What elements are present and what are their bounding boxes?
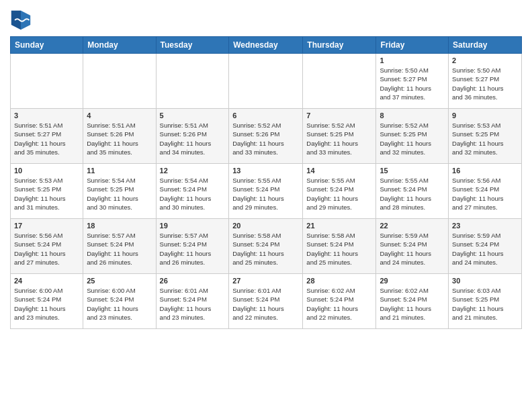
calendar-cell: 27Sunrise: 6:01 AM Sunset: 5:24 PM Dayli… [229, 274, 303, 329]
day-info: Sunrise: 6:01 AM Sunset: 5:24 PM Dayligh… [232, 286, 299, 322]
day-number: 9 [452, 111, 518, 120]
week-row-2: 10Sunrise: 5:53 AM Sunset: 5:25 PM Dayli… [11, 164, 522, 219]
day-number: 18 [87, 222, 152, 230]
day-info: Sunrise: 5:50 AM Sunset: 5:27 PM Dayligh… [380, 66, 445, 101]
day-info: Sunrise: 5:56 AM Sunset: 5:24 PM Dayligh… [14, 231, 79, 267]
weekday-header-tuesday: Tuesday [156, 37, 229, 54]
day-number: 3 [14, 111, 79, 120]
calendar-cell: 8Sunrise: 5:52 AM Sunset: 5:25 PM Daylig… [376, 109, 449, 164]
day-number: 16 [452, 167, 518, 175]
calendar: SundayMondayTuesdayWednesdayThursdayFrid… [10, 36, 522, 329]
day-number: 22 [380, 222, 445, 230]
day-info: Sunrise: 6:01 AM Sunset: 5:24 PM Dayligh… [160, 286, 226, 322]
day-info: Sunrise: 5:51 AM Sunset: 5:26 PM Dayligh… [160, 121, 226, 156]
calendar-cell [156, 54, 229, 109]
calendar-cell: 28Sunrise: 6:02 AM Sunset: 5:24 PM Dayli… [303, 274, 376, 329]
calendar-cell: 18Sunrise: 5:57 AM Sunset: 5:24 PM Dayli… [83, 219, 156, 274]
day-number: 13 [232, 167, 299, 175]
day-number: 25 [87, 277, 152, 285]
day-number: 15 [380, 167, 445, 175]
calendar-cell: 20Sunrise: 5:58 AM Sunset: 5:24 PM Dayli… [229, 219, 303, 274]
day-info: Sunrise: 5:57 AM Sunset: 5:24 PM Dayligh… [87, 231, 152, 267]
calendar-cell [229, 54, 303, 109]
day-number: 4 [87, 111, 152, 120]
calendar-cell [303, 54, 376, 109]
weekday-header-friday: Friday [376, 37, 449, 54]
calendar-cell: 23Sunrise: 5:59 AM Sunset: 5:24 PM Dayli… [449, 219, 522, 274]
day-number: 17 [14, 222, 79, 230]
day-info: Sunrise: 5:55 AM Sunset: 5:24 PM Dayligh… [380, 176, 445, 212]
day-info: Sunrise: 5:57 AM Sunset: 5:24 PM Dayligh… [160, 231, 226, 267]
day-number: 2 [452, 56, 518, 64]
day-info: Sunrise: 5:52 AM Sunset: 5:25 PM Dayligh… [306, 121, 372, 156]
day-info: Sunrise: 5:52 AM Sunset: 5:25 PM Dayligh… [380, 121, 445, 156]
calendar-cell [11, 54, 83, 109]
day-info: Sunrise: 5:59 AM Sunset: 5:24 PM Dayligh… [452, 231, 518, 267]
page: SundayMondayTuesdayWednesdayThursdayFrid… [0, 0, 532, 339]
day-info: Sunrise: 5:54 AM Sunset: 5:24 PM Dayligh… [160, 176, 226, 212]
day-info: Sunrise: 5:59 AM Sunset: 5:24 PM Dayligh… [380, 231, 445, 267]
weekday-header-wednesday: Wednesday [229, 37, 303, 54]
calendar-cell: 14Sunrise: 5:55 AM Sunset: 5:24 PM Dayli… [303, 164, 376, 219]
calendar-cell: 7Sunrise: 5:52 AM Sunset: 5:25 PM Daylig… [303, 109, 376, 164]
day-number: 23 [452, 222, 518, 230]
weekday-header-sunday: Sunday [11, 37, 83, 54]
calendar-cell: 2Sunrise: 5:50 AM Sunset: 5:27 PM Daylig… [449, 54, 522, 109]
calendar-cell: 9Sunrise: 5:53 AM Sunset: 5:25 PM Daylig… [449, 109, 522, 164]
calendar-body: 1Sunrise: 5:50 AM Sunset: 5:27 PM Daylig… [11, 54, 522, 329]
day-number: 10 [14, 167, 79, 175]
calendar-cell: 11Sunrise: 5:54 AM Sunset: 5:25 PM Dayli… [83, 164, 156, 219]
week-row-3: 17Sunrise: 5:56 AM Sunset: 5:24 PM Dayli… [11, 219, 522, 274]
calendar-cell: 13Sunrise: 5:55 AM Sunset: 5:24 PM Dayli… [229, 164, 303, 219]
day-info: Sunrise: 5:52 AM Sunset: 5:26 PM Dayligh… [232, 121, 299, 156]
calendar-cell: 3Sunrise: 5:51 AM Sunset: 5:27 PM Daylig… [11, 109, 83, 164]
day-number: 28 [306, 277, 372, 285]
logo [10, 9, 34, 31]
calendar-cell: 21Sunrise: 5:58 AM Sunset: 5:24 PM Dayli… [303, 219, 376, 274]
weekday-header-monday: Monday [83, 37, 156, 54]
week-row-0: 1Sunrise: 5:50 AM Sunset: 5:27 PM Daylig… [11, 54, 522, 109]
day-number: 24 [14, 277, 79, 285]
day-info: Sunrise: 5:55 AM Sunset: 5:24 PM Dayligh… [232, 176, 299, 212]
calendar-cell: 10Sunrise: 5:53 AM Sunset: 5:25 PM Dayli… [11, 164, 83, 219]
day-number: 29 [380, 277, 445, 285]
day-info: Sunrise: 5:50 AM Sunset: 5:27 PM Dayligh… [452, 66, 518, 101]
day-info: Sunrise: 5:56 AM Sunset: 5:24 PM Dayligh… [452, 176, 518, 212]
day-info: Sunrise: 5:51 AM Sunset: 5:27 PM Dayligh… [14, 121, 79, 156]
calendar-cell: 22Sunrise: 5:59 AM Sunset: 5:24 PM Dayli… [376, 219, 449, 274]
day-info: Sunrise: 5:53 AM Sunset: 5:25 PM Dayligh… [14, 176, 79, 212]
day-number: 5 [160, 111, 226, 120]
day-number: 21 [306, 222, 372, 230]
logo-icon [10, 9, 32, 31]
calendar-cell: 4Sunrise: 5:51 AM Sunset: 5:26 PM Daylig… [83, 109, 156, 164]
day-info: Sunrise: 5:53 AM Sunset: 5:25 PM Dayligh… [452, 121, 518, 156]
weekday-row: SundayMondayTuesdayWednesdayThursdayFrid… [11, 37, 522, 54]
calendar-cell: 25Sunrise: 6:00 AM Sunset: 5:24 PM Dayli… [83, 274, 156, 329]
calendar-cell: 29Sunrise: 6:02 AM Sunset: 5:24 PM Dayli… [376, 274, 449, 329]
calendar-cell: 17Sunrise: 5:56 AM Sunset: 5:24 PM Dayli… [11, 219, 83, 274]
header [10, 7, 522, 31]
day-number: 1 [380, 56, 445, 64]
day-number: 7 [306, 111, 372, 120]
day-info: Sunrise: 5:51 AM Sunset: 5:26 PM Dayligh… [87, 121, 152, 156]
calendar-cell: 1Sunrise: 5:50 AM Sunset: 5:27 PM Daylig… [376, 54, 449, 109]
day-number: 14 [306, 167, 372, 175]
day-info: Sunrise: 5:54 AM Sunset: 5:25 PM Dayligh… [87, 176, 152, 212]
week-row-4: 24Sunrise: 6:00 AM Sunset: 5:24 PM Dayli… [11, 274, 522, 329]
calendar-cell: 24Sunrise: 6:00 AM Sunset: 5:24 PM Dayli… [11, 274, 83, 329]
week-row-1: 3Sunrise: 5:51 AM Sunset: 5:27 PM Daylig… [11, 109, 522, 164]
calendar-cell: 15Sunrise: 5:55 AM Sunset: 5:24 PM Dayli… [376, 164, 449, 219]
calendar-cell: 12Sunrise: 5:54 AM Sunset: 5:24 PM Dayli… [156, 164, 229, 219]
day-number: 30 [452, 277, 518, 285]
calendar-header: SundayMondayTuesdayWednesdayThursdayFrid… [11, 37, 522, 54]
day-info: Sunrise: 6:00 AM Sunset: 5:24 PM Dayligh… [87, 286, 152, 322]
day-number: 6 [232, 111, 299, 120]
day-info: Sunrise: 5:58 AM Sunset: 5:24 PM Dayligh… [306, 231, 372, 267]
calendar-cell: 16Sunrise: 5:56 AM Sunset: 5:24 PM Dayli… [449, 164, 522, 219]
day-number: 20 [232, 222, 299, 230]
weekday-header-thursday: Thursday [303, 37, 376, 54]
calendar-cell: 30Sunrise: 6:03 AM Sunset: 5:25 PM Dayli… [449, 274, 522, 329]
day-info: Sunrise: 5:58 AM Sunset: 5:24 PM Dayligh… [232, 231, 299, 267]
day-number: 8 [380, 111, 445, 120]
day-number: 11 [87, 167, 152, 175]
